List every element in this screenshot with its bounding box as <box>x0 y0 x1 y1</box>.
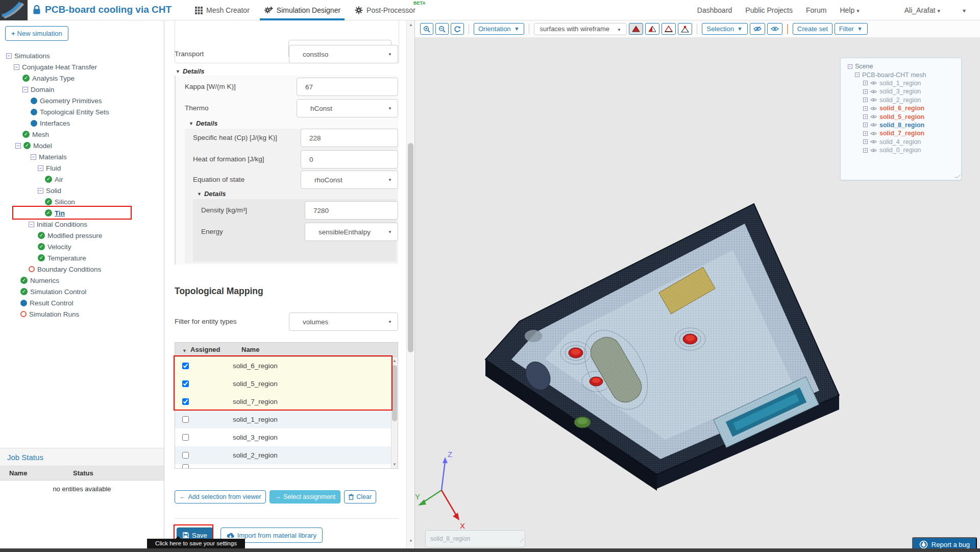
show-all-button[interactable] <box>767 23 782 35</box>
tree-item-simulation-runs[interactable]: Simulation Runs <box>0 308 164 320</box>
component-cylinder-green[interactable] <box>574 417 591 428</box>
create-set-button[interactable]: Create set <box>793 23 832 35</box>
scroll-down-icon[interactable]: ▼ <box>408 539 414 543</box>
eye-icon[interactable] <box>870 106 877 111</box>
table-row[interactable]: solid_3_region <box>175 428 398 446</box>
collapse-icon[interactable] <box>31 154 36 160</box>
component-pad-gray[interactable] <box>525 330 542 342</box>
collapse-icon[interactable] <box>29 222 34 227</box>
assigned-checkbox[interactable] <box>182 380 189 387</box>
assigned-checkbox[interactable] <box>182 398 189 405</box>
tab-post-processor[interactable]: Post-Processor BETA <box>348 0 423 20</box>
table-row[interactable]: solid_2_region <box>175 446 398 464</box>
kappa-field[interactable] <box>297 78 398 96</box>
expand-icon[interactable] <box>863 106 868 111</box>
collapse-icon[interactable] <box>22 87 28 92</box>
resize-handle[interactable] <box>954 175 961 178</box>
orientation-button[interactable]: Orientation <box>474 23 524 35</box>
scroll-down-icon[interactable]: ▼ <box>391 462 398 467</box>
tree-item-numerics[interactable]: Numerics <box>0 275 164 286</box>
clip-mode-outline-button[interactable] <box>662 23 676 35</box>
collapse-header-caret[interactable] <box>963 6 966 14</box>
nav-public-projects[interactable]: Public Projects <box>745 6 793 14</box>
expand-icon[interactable] <box>863 123 868 127</box>
render-mode-select[interactable]: surfaces with wireframe <box>534 23 627 35</box>
hovered-region-label[interactable]: solid_8_region <box>425 530 525 547</box>
tree-item-boundary-conditions[interactable]: Boundary Conditions <box>0 263 164 275</box>
scene-item-solid-3[interactable]: solid_3_region <box>841 87 961 95</box>
table-row[interactable]: solid_7_region <box>175 393 398 411</box>
component-cylinder-red-1[interactable] <box>569 348 583 358</box>
tree-item-interfaces[interactable]: Interfaces <box>0 117 164 129</box>
eye-icon[interactable] <box>870 81 877 85</box>
clip-mode-point-button[interactable] <box>678 23 692 35</box>
component-cylinder-red-2[interactable] <box>590 377 603 386</box>
sort-arrow-icon[interactable] <box>182 346 187 354</box>
details-header-3[interactable]: Details <box>197 190 226 198</box>
reset-view-button[interactable] <box>451 23 464 35</box>
scene-item-solid-4[interactable]: solid_4_region <box>841 138 961 146</box>
scene-root[interactable]: Scene <box>841 62 961 70</box>
tree-item-fluid[interactable]: Fluid <box>0 162 164 174</box>
tree-item-mesh[interactable]: Mesh <box>0 129 164 140</box>
tree-item-initial-conditions[interactable]: Initial Conditions <box>0 219 164 230</box>
expand-icon[interactable] <box>863 81 868 85</box>
collapse-icon[interactable] <box>38 188 43 194</box>
eye-icon[interactable] <box>870 131 877 136</box>
hide-selected-button[interactable] <box>750 23 765 35</box>
nav-help-menu[interactable]: Help <box>840 6 859 14</box>
tree-item-modified-pressure[interactable]: Modified pressure <box>0 230 164 241</box>
tree-item-simulations[interactable]: Simulations <box>0 50 164 61</box>
clear-button[interactable]: Clear <box>344 490 376 503</box>
assigned-checkbox[interactable] <box>182 464 189 469</box>
tree-item-result-control[interactable]: Result Control <box>0 297 164 308</box>
panel-scrollbar[interactable]: ▲ ▼ <box>406 20 414 548</box>
tree-item-velocity[interactable]: Velocity <box>0 241 164 252</box>
scroll-up-icon[interactable]: ▲ <box>391 358 398 363</box>
collapse-icon[interactable] <box>6 53 12 59</box>
assigned-checkbox[interactable] <box>182 363 189 369</box>
expand-icon[interactable] <box>863 114 868 119</box>
filter-entity-types-select[interactable]: volumes <box>289 313 398 331</box>
viewer-3d[interactable]: Z Y X <box>414 20 980 548</box>
scene-mesh-node[interactable]: PCB-board-CHT mesh <box>841 70 961 79</box>
eye-icon[interactable] <box>870 98 877 102</box>
selection-button[interactable]: Selection <box>702 23 747 35</box>
energy-select[interactable]: sensibleEnthalpy <box>305 223 398 241</box>
tree-item-air[interactable]: Air <box>0 174 164 185</box>
expand-icon[interactable] <box>863 139 868 144</box>
tab-mesh-creator[interactable]: Mesh Creator <box>188 0 257 20</box>
collapse-icon[interactable] <box>14 64 19 70</box>
tree-item-model[interactable]: Model <box>0 140 164 151</box>
table-row[interactable]: solid_6_region <box>175 357 398 375</box>
density-field[interactable] <box>305 201 398 220</box>
collapse-icon[interactable] <box>15 143 21 149</box>
nav-dashboard[interactable]: Dashboard <box>697 6 732 14</box>
scrollbar-thumb[interactable] <box>408 143 413 352</box>
tree-item-conjugate-heat-transfer[interactable]: Conjugate Heat Transfer <box>0 61 164 73</box>
eye-icon[interactable] <box>870 123 877 127</box>
expand-icon[interactable] <box>863 98 868 102</box>
tree-item-geometry-primitives[interactable]: Geometry Primitives <box>0 95 164 106</box>
tree-item-silicon[interactable]: Silicon <box>0 196 164 207</box>
specific-heat-field[interactable] <box>301 129 398 147</box>
heat-of-formation-field[interactable] <box>301 150 398 169</box>
filter-button[interactable]: Filter <box>835 23 868 35</box>
details-header-1[interactable]: Details <box>176 67 205 75</box>
table-row-partial[interactable] <box>175 464 398 469</box>
collapse-icon[interactable] <box>848 64 852 69</box>
assigned-checkbox[interactable] <box>182 416 189 423</box>
component-cylinder-red-3[interactable] <box>683 334 697 344</box>
eye-icon[interactable] <box>870 89 877 94</box>
scene-item-solid-1[interactable]: solid_1_region <box>841 79 961 87</box>
select-assignment-button[interactable]: Select assignment <box>270 490 341 503</box>
tree-item-simulation-control[interactable]: Simulation Control <box>0 286 164 297</box>
eye-icon[interactable] <box>870 148 877 153</box>
tree-item-topological-entity-sets[interactable]: Topological Entity Sets <box>0 106 164 117</box>
tree-item-analysis-type[interactable]: Analysis Type <box>0 73 164 84</box>
scene-item-solid-8[interactable]: solid_8_region <box>841 121 961 129</box>
scrollbar-thumb[interactable] <box>392 365 397 421</box>
scene-item-solid-0[interactable]: solid_0_region <box>841 146 961 154</box>
zoom-out-button[interactable] <box>435 23 449 35</box>
equation-of-state-select[interactable]: rhoConst <box>301 171 398 189</box>
